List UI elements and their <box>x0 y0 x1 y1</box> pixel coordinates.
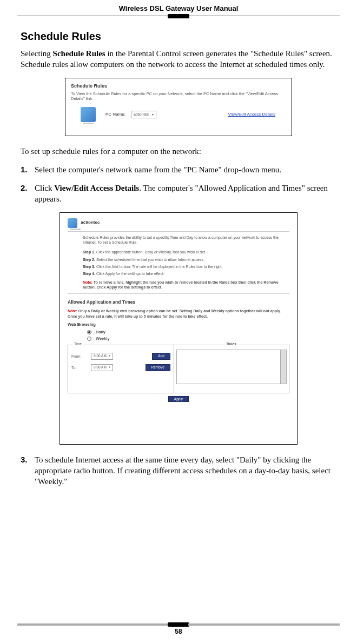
fig2-intro-para: Schedule Rules provides the ability to s… <box>83 235 289 246</box>
remove-button[interactable]: Remove <box>146 364 170 371</box>
fig2-section-title: Allowed Application and Times <box>68 299 289 305</box>
scroll-up-icon[interactable]: ▴ <box>281 351 286 355</box>
view-edit-link[interactable]: View/Edit Access Details <box>228 112 275 118</box>
fig2-note2: Note: Only a Daily or Weekly web browsin… <box>68 308 289 319</box>
step-1: 1. Select the computer's network name fr… <box>21 164 336 175</box>
footer-bar-left <box>17 623 169 626</box>
fig2-divider2 <box>68 293 289 294</box>
page-number: 58 <box>17 628 340 635</box>
fig2-step4-label: Step 4. <box>83 272 95 276</box>
step-3-num: 3. <box>21 454 35 487</box>
to-label: To: <box>71 365 88 370</box>
lead-text: To set up schedule rules for a computer … <box>21 146 336 157</box>
fig2-divider <box>68 231 289 232</box>
pc-icon <box>81 107 96 122</box>
fig2-note1: Note: To remove a rule, highlight the ru… <box>83 280 289 290</box>
fig2-step3-text: Click the Add button. The rule will be d… <box>95 265 223 269</box>
footer-bar-right <box>188 623 340 626</box>
apply-row: Apply <box>68 397 289 403</box>
rules-legend: Rules <box>225 342 238 347</box>
pc-name-label: PC Name: <box>105 112 125 118</box>
fig2-web-browsing-label: Web Browsing <box>68 322 289 327</box>
radio-weekly[interactable] <box>87 337 91 341</box>
from-row: From: 9:00 AM Add <box>71 353 170 360</box>
intro-pre: Selecting <box>21 49 53 58</box>
pc-icon <box>68 218 77 228</box>
radio-weekly-row[interactable]: Weekly <box>87 336 289 341</box>
radio-daily[interactable] <box>87 330 91 334</box>
step-3: 3. To schedule Internet access at the sa… <box>21 454 336 487</box>
step-2-num: 2. <box>21 183 35 205</box>
step-2-pre: Click <box>35 184 54 192</box>
fig1-desc: To View the Schedule Rules for a specifi… <box>71 91 286 102</box>
step-3-body: To schedule Internet access at the same … <box>35 454 336 487</box>
fig2-step3: Step 3. Click the Add button. The rule w… <box>83 264 289 269</box>
fig2-note1-text: To remove a rule, highlight the rule you… <box>83 280 279 289</box>
figure-allowed-times: actiontec Schedule Rules provides the ab… <box>60 212 298 445</box>
fig2-hostname: actiontec <box>81 220 100 225</box>
section-heading: Schedule Rules <box>21 29 336 44</box>
rules-listbox[interactable]: ▴ ▾ <box>176 350 287 384</box>
fig2-time-rules: Time From: 9:00 AM Add To: 9:00 AM Remov… <box>68 345 289 393</box>
steps-list-cont: 3. To schedule Internet access at the sa… <box>21 454 336 487</box>
step-2: 2. Click View/Edit Access Details. The c… <box>21 183 336 205</box>
fig2-step4-text: Click Apply for the settings to take eff… <box>95 272 164 276</box>
time-legend: Time <box>72 342 83 347</box>
fig2-step2: Step 2. Select the scheduled time that y… <box>83 257 289 262</box>
to-row: To: 9:00 AM Remove <box>71 364 170 371</box>
fig2-step1: Step 1. Click the appropriate button, Da… <box>83 250 289 254</box>
step-2-body: Click View/Edit Access Details. The comp… <box>35 183 336 205</box>
pc-name-dropdown[interactable]: actiontec <box>131 111 156 118</box>
header-rule <box>17 16 340 16</box>
radio-daily-row[interactable]: Daily <box>87 330 289 335</box>
fig2-step1-label: Step 1. <box>83 250 95 254</box>
fig2-step2-label: Step 2. <box>83 258 95 261</box>
step-1-num: 1. <box>21 164 35 175</box>
time-column: Time From: 9:00 AM Add To: 9:00 AM Remov… <box>68 345 174 393</box>
fig2-note1-label: Note: <box>83 280 92 284</box>
to-dropdown[interactable]: 9:00 AM <box>91 364 113 371</box>
fig2-header-row: actiontec <box>68 218 289 228</box>
fig1-title: Schedule Rules <box>71 83 286 89</box>
fig2-step2-text: Select the scheduled time that you wish … <box>95 258 204 261</box>
rules-column: Rules ▴ ▾ <box>174 345 289 393</box>
page-footer: 58 <box>17 622 340 635</box>
figure-schedule-rules: Schedule Rules To View the Schedule Rule… <box>65 78 292 136</box>
from-label: From: <box>71 354 88 359</box>
fig2-step1-text: Click the appropriate button, Daily or W… <box>95 250 206 254</box>
step-1-body: Select the computer's network name from … <box>35 164 336 175</box>
footer-dot <box>168 622 189 627</box>
fig2-step3-label: Step 3. <box>83 265 95 269</box>
from-dropdown[interactable]: 9:00 AM <box>91 353 113 360</box>
add-button[interactable]: Add <box>152 353 170 360</box>
fig2-note2-label: Note: <box>68 309 77 313</box>
step-2-bold: View/Edit Access Details <box>54 184 139 192</box>
fig1-row: PC Name: actiontec View/Edit Access Deta… <box>71 107 286 122</box>
steps-list: 1. Select the computer's network name fr… <box>21 164 336 205</box>
intro-bold: Schedule Rules <box>53 49 105 58</box>
scroll-down-icon[interactable]: ▾ <box>281 379 286 383</box>
fig2-note2-text: Only a Daily or Weekly web browsing opti… <box>68 309 281 318</box>
page-header-title: Wireless DSL Gateway User Manual <box>0 0 357 16</box>
intro-paragraph: Selecting Schedule Rules in the Parental… <box>21 48 336 70</box>
apply-button[interactable]: Apply <box>168 396 189 402</box>
radio-weekly-label: Weekly <box>96 336 110 341</box>
radio-daily-label: Daily <box>96 330 105 335</box>
fig2-step4: Step 4. Click Apply for the settings to … <box>83 271 289 276</box>
footer-rule <box>17 622 340 627</box>
page-content: Schedule Rules Selecting Schedule Rules … <box>0 16 357 487</box>
